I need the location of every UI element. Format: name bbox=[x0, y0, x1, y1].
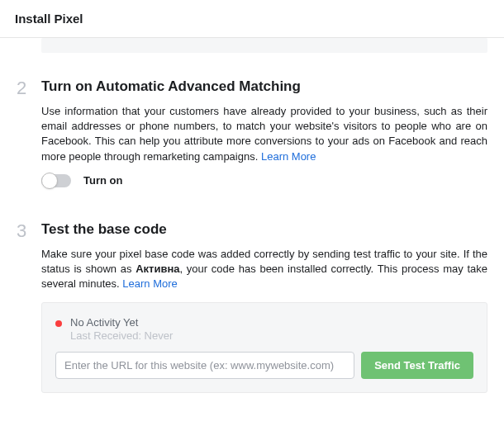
step-title: Turn on Automatic Advanced Matching bbox=[41, 78, 487, 96]
step-body: Turn on Automatic Advanced Matching Use … bbox=[41, 78, 487, 204]
status-row: No Activity Yet Last Received: Never bbox=[55, 316, 473, 344]
step-3: 3 Test the base code Make sure your pixe… bbox=[17, 220, 487, 393]
modal-content: 2 Turn on Automatic Advanced Matching Us… bbox=[0, 38, 504, 393]
send-test-traffic-button[interactable]: Send Test Traffic bbox=[361, 352, 473, 379]
previous-step-collapsed bbox=[41, 38, 487, 53]
step-body: Test the base code Make sure your pixel … bbox=[41, 220, 487, 393]
status-main-text: No Activity Yet bbox=[70, 316, 173, 330]
status-sub-text: Last Received: Never bbox=[70, 329, 173, 343]
step-2: 2 Turn on Automatic Advanced Matching Us… bbox=[17, 78, 487, 204]
learn-more-link[interactable]: Learn More bbox=[122, 277, 177, 290]
advanced-matching-toggle[interactable] bbox=[41, 174, 71, 187]
toggle-row: Turn on bbox=[41, 174, 487, 187]
status-text-group: No Activity Yet Last Received: Never bbox=[70, 316, 173, 344]
step-number: 2 bbox=[17, 78, 41, 204]
modal-title: Install Pixel bbox=[15, 12, 489, 26]
step-description: Make sure your pixel base code was added… bbox=[41, 247, 487, 292]
website-url-input[interactable] bbox=[55, 352, 354, 379]
test-traffic-panel: No Activity Yet Last Received: Never Sen… bbox=[41, 302, 487, 394]
status-indicator-icon bbox=[55, 320, 62, 327]
toggle-knob bbox=[41, 173, 58, 189]
step-description: Use information that your customers have… bbox=[41, 104, 487, 164]
modal-header: Install Pixel bbox=[0, 0, 504, 38]
toggle-label: Turn on bbox=[83, 174, 122, 187]
status-keyword: Активна bbox=[136, 263, 179, 275]
step-title: Test the base code bbox=[41, 220, 487, 239]
test-input-row: Send Test Traffic bbox=[55, 352, 473, 379]
learn-more-link[interactable]: Learn More bbox=[261, 150, 316, 163]
step-number: 3 bbox=[17, 220, 41, 393]
